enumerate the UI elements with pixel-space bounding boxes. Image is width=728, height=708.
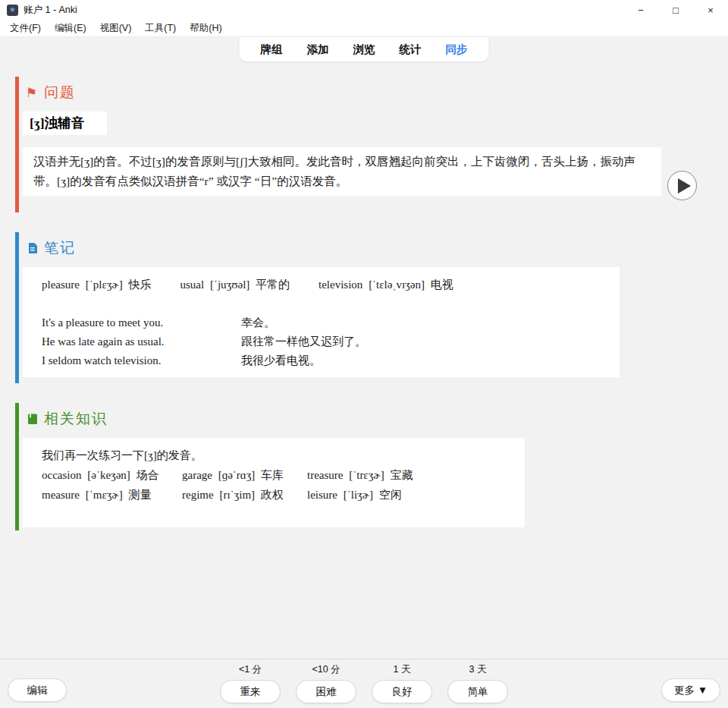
interval-good: 1 天 [394, 663, 411, 676]
book-icon [26, 413, 39, 426]
vocab-item: usual [ˈjuʒʊəl] 平常的 [180, 278, 290, 292]
notes-header: 笔记 [26, 238, 728, 258]
audio-play-button[interactable] [667, 171, 697, 200]
vocab-meaning: 空闲 [379, 489, 402, 501]
interval-again: <1 分 [239, 663, 262, 676]
vocab-meaning: 政权 [261, 489, 284, 501]
edit-button[interactable]: 编辑 [8, 678, 67, 702]
close-button[interactable]: × [693, 0, 728, 20]
sentence-zh: 跟往常一样他又迟到了。 [241, 332, 620, 351]
question-header: ⚑ 问题 [26, 83, 728, 102]
card-title: [ʒ]浊辅音 [23, 112, 107, 135]
vocab-ipa: [ˈmɛʒɚ] [86, 489, 123, 501]
nav-sync[interactable]: 同步 [434, 42, 480, 57]
related-section: 相关知识 我们再一次练习一下[ʒ]的发音。 occasion [əˈkeʒən]… [15, 403, 728, 530]
vocab-item: treasure [ˈtrɛʒɚ] 宝藏 [307, 465, 525, 485]
vocab-ipa: [ˈplɛʒɚ] [86, 278, 123, 291]
example-sentences: It's a pleasure to meet you. 幸会。 He was … [42, 313, 620, 370]
good-button[interactable]: 良好 [372, 680, 432, 703]
again-button[interactable]: 重来 [220, 680, 281, 703]
vocab-item: regime [rɪˈʒim] 政权 [182, 485, 307, 505]
sentence-en: I seldom watch television. [42, 351, 241, 370]
vocab-word: leisure [307, 489, 337, 501]
vocab-word: usual [180, 278, 205, 291]
question-header-label: 问题 [44, 83, 76, 102]
answer-col-easy: 3 天 简单 [447, 663, 508, 703]
nav-decks[interactable]: 牌组 [249, 42, 295, 57]
vocab-ipa: [rɪˈʒim] [219, 489, 255, 501]
nav-stats[interactable]: 统计 [388, 42, 434, 57]
answer-col-again: <1 分 重来 [220, 663, 281, 703]
flag-icon: ⚑ [26, 87, 39, 99]
notes-section: 笔记 pleasure [ˈplɛʒɚ] 快乐 usual [ˈjuʒʊəl] … [15, 232, 728, 383]
answer-buttons-group: <1 分 重来 <10 分 困难 1 天 良好 3 天 简单 [220, 663, 508, 703]
sentence-en: It's a pleasure to meet you. [42, 313, 241, 332]
menu-tools[interactable]: 工具(T) [138, 20, 183, 36]
vocab-meaning: 快乐 [129, 278, 152, 291]
menu-help[interactable]: 帮助(H) [183, 20, 228, 36]
vocab-meaning: 场合 [136, 469, 159, 481]
related-header: 相关知识 [26, 409, 728, 429]
maximize-button[interactable]: □ [658, 0, 693, 20]
vocab-word: pleasure [42, 278, 80, 291]
window-title: 账户 1 - Anki [24, 4, 77, 17]
vocab-ipa: [ˈliʒɚ] [344, 489, 373, 501]
card-content: ⚑ 问题 [ʒ]浊辅音 汉语并无[ʒ]的音。不过[ʒ]的发音原则与[ʃ]大致相同… [0, 61, 728, 530]
vocab-item: occasion [əˈkeʒən] 场合 [42, 465, 182, 485]
vocab-item: measure [ˈmɛʒɚ] 测量 [42, 485, 182, 505]
menu-edit[interactable]: 编辑(E) [48, 20, 93, 36]
vocab-item: leisure [ˈliʒɚ] 空闲 [307, 485, 525, 505]
related-vocab-grid: occasion [əˈkeʒən] 场合 garage [ɡəˈrɑʒ] 车库… [42, 465, 525, 505]
notes-box: pleasure [ˈplɛʒɚ] 快乐 usual [ˈjuʒʊəl] 平常的… [23, 267, 620, 377]
answer-col-hard: <10 分 困难 [296, 663, 356, 703]
vocab-ipa: [ˈtrɛʒɚ] [349, 469, 384, 481]
nav-pill: 牌组 添加 浏览 统计 同步 [240, 37, 489, 61]
vocab-word: garage [182, 469, 212, 481]
related-intro: 我们再一次练习一下[ʒ]的发音。 [42, 445, 525, 465]
title-bar: ★ 账户 1 - Anki − □ × [0, 0, 728, 20]
vocab-ipa: [ˈjuʒʊəl] [210, 278, 249, 291]
notes-header-label: 笔记 [44, 238, 76, 258]
sentence-en: He was late again as usual. [42, 332, 241, 351]
question-section: ⚑ 问题 [ʒ]浊辅音 汉语并无[ʒ]的音。不过[ʒ]的发音原则与[ʃ]大致相同… [15, 77, 728, 212]
nav-add[interactable]: 添加 [295, 42, 341, 57]
vocab-ipa: [əˈkeʒən] [87, 469, 130, 481]
sentence-zh: 幸会。 [241, 313, 620, 332]
sentence-zh: 我很少看电视。 [241, 351, 620, 370]
vocab-ipa: [ˈtɛləˌvɪʒən] [369, 278, 425, 291]
vocab-item: television [ˈtɛləˌvɪʒən] 电视 [318, 278, 453, 292]
menu-view[interactable]: 视图(V) [93, 20, 139, 36]
vocab-ipa: [ɡəˈrɑʒ] [218, 469, 256, 481]
note-document-icon [26, 242, 39, 255]
hard-button[interactable]: 困难 [296, 680, 356, 703]
vocab-meaning: 电视 [431, 278, 453, 291]
menu-bar: 文件(F) 编辑(E) 视图(V) 工具(T) 帮助(H) [0, 20, 728, 37]
nav-browse[interactable]: 浏览 [341, 42, 388, 57]
vocab-item: garage [ɡəˈrɑʒ] 车库 [182, 465, 307, 485]
play-icon [678, 178, 691, 194]
answer-bar: 编辑 <1 分 重来 <10 分 困难 1 天 良好 3 天 简单 更多 ▼ [0, 659, 728, 708]
answer-col-good: 1 天 良好 [372, 663, 432, 703]
easy-button[interactable]: 简单 [447, 680, 508, 703]
notes-vocab-row: pleasure [ˈplɛʒɚ] 快乐 usual [ˈjuʒʊəl] 平常的… [42, 278, 620, 292]
vocab-word: treasure [307, 469, 343, 481]
vocab-meaning: 平常的 [256, 278, 290, 291]
more-button[interactable]: 更多 ▼ [661, 678, 720, 702]
menu-file[interactable]: 文件(F) [3, 20, 48, 36]
related-header-label: 相关知识 [44, 409, 108, 429]
vocab-word: television [318, 278, 362, 291]
interval-hard: <10 分 [312, 663, 340, 676]
question-body: 汉语并无[ʒ]的音。不过[ʒ]的发音原则与[ʃ]大致相同。发此音时，双唇翘起向前… [23, 147, 661, 196]
related-box: 我们再一次练习一下[ʒ]的发音。 occasion [əˈkeʒən] 场合 g… [23, 438, 525, 527]
vocab-item: pleasure [ˈplɛʒɚ] 快乐 [42, 278, 152, 292]
vocab-meaning: 测量 [129, 489, 152, 501]
vocab-word: occasion [42, 469, 81, 481]
anki-logo-icon: ★ [7, 5, 18, 16]
vocab-word: regime [182, 489, 214, 501]
vocab-meaning: 车库 [261, 469, 284, 481]
vocab-word: measure [42, 489, 80, 501]
minimize-button[interactable]: − [623, 0, 658, 20]
top-nav: 牌组 添加 浏览 统计 同步 [0, 37, 728, 61]
vocab-meaning: 宝藏 [390, 469, 413, 481]
interval-easy: 3 天 [469, 663, 487, 676]
